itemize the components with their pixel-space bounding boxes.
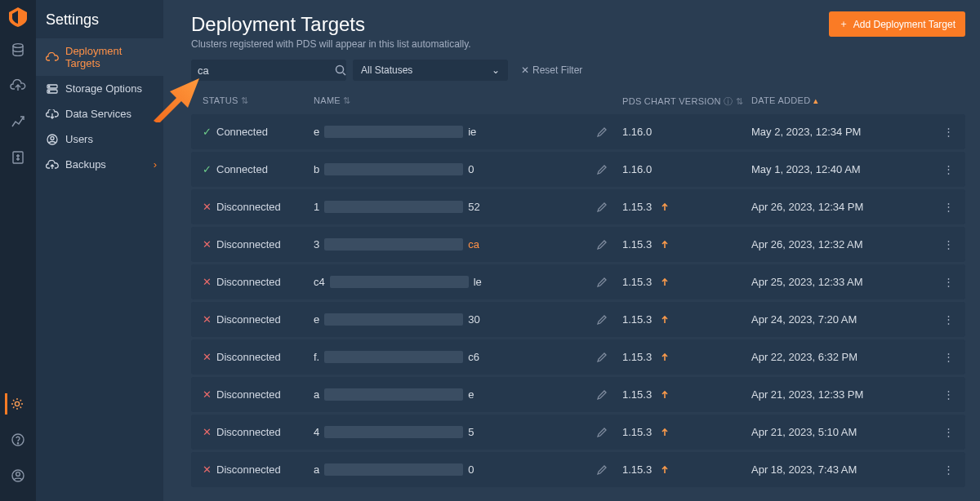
row-actions[interactable]: ⋮ xyxy=(924,351,954,363)
rail-chart-icon[interactable] xyxy=(7,111,29,132)
sidebar-item-deployment-targets[interactable]: Deployment Targets xyxy=(36,38,163,76)
date-cell: May 2, 2023, 12:34 PM xyxy=(751,126,924,138)
upgrade-available-icon[interactable] xyxy=(660,390,670,400)
table-row[interactable]: ✕Disconnectedf.c61.15.3Apr 22, 2023, 6:3… xyxy=(191,339,965,375)
row-actions[interactable]: ⋮ xyxy=(924,238,954,250)
kebab-menu-icon[interactable]: ⋮ xyxy=(943,201,954,213)
help-icon[interactable]: ⓘ xyxy=(724,96,733,106)
row-actions[interactable]: ⋮ xyxy=(924,388,954,401)
status-text: Disconnected xyxy=(216,463,281,476)
edit-icon[interactable] xyxy=(596,427,608,438)
edit-icon[interactable] xyxy=(596,352,608,363)
x-icon: ✕ xyxy=(203,388,212,401)
date-cell: Apr 26, 2023, 12:32 AM xyxy=(751,238,924,250)
table-row[interactable]: ✕Disconnectedae1.15.3Apr 21, 2023, 12:33… xyxy=(191,377,965,412)
row-actions[interactable]: ⋮ xyxy=(924,426,954,438)
sidebar-item-label: Users xyxy=(65,133,93,145)
column-version[interactable]: PDS CHART VERSION ⓘ⇅ xyxy=(622,95,751,108)
status-cell: ✕Disconnected xyxy=(203,388,314,401)
table-row[interactable]: ✕Disconnected1521.15.3Apr 26, 2023, 12:3… xyxy=(191,189,965,224)
reset-filter-button[interactable]: ✕ Reset Filter xyxy=(521,64,582,76)
row-actions[interactable]: ⋮ xyxy=(924,276,954,288)
upgrade-available-icon[interactable] xyxy=(660,315,670,325)
name-cell: f.c6 xyxy=(314,351,622,363)
rail-billing-icon[interactable] xyxy=(7,147,29,168)
x-icon: ✕ xyxy=(203,313,212,326)
name-cell: 152 xyxy=(314,201,622,213)
page-subtitle: Clusters registered with PDS will appear… xyxy=(191,38,965,50)
version-cell: 1.16.0 xyxy=(622,163,751,175)
column-name[interactable]: NAME⇅ xyxy=(314,95,622,108)
kebab-menu-icon[interactable]: ⋮ xyxy=(943,463,954,476)
edit-icon[interactable] xyxy=(596,464,608,476)
rail-settings-icon[interactable] xyxy=(5,393,26,415)
kebab-menu-icon[interactable]: ⋮ xyxy=(943,388,954,401)
upgrade-available-icon[interactable] xyxy=(660,202,670,212)
upgrade-available-icon[interactable] xyxy=(660,465,670,475)
rail-database-icon[interactable] xyxy=(7,39,29,60)
row-actions[interactable]: ⋮ xyxy=(924,313,954,326)
kebab-menu-icon[interactable]: ⋮ xyxy=(943,126,954,138)
edit-icon[interactable] xyxy=(596,239,608,250)
kebab-menu-icon[interactable]: ⋮ xyxy=(943,426,954,438)
upgrade-available-icon[interactable] xyxy=(660,277,670,287)
sidebar-item-users[interactable]: Users xyxy=(36,126,163,152)
redacted-name xyxy=(324,388,463,401)
add-deployment-target-button[interactable]: ＋ Add Deployment Target xyxy=(829,11,965,37)
status-filter-select[interactable]: All Statuses ⌄ xyxy=(353,60,508,81)
row-actions[interactable]: ⋮ xyxy=(924,201,954,213)
rail-account-icon[interactable] xyxy=(7,465,29,486)
status-cell: ✕Disconnected xyxy=(203,351,314,363)
redacted-name xyxy=(324,163,463,175)
upgrade-available-icon[interactable] xyxy=(660,240,670,250)
search-input[interactable] xyxy=(198,64,335,77)
redacted-name xyxy=(324,126,463,138)
rail-help-icon[interactable] xyxy=(7,429,29,450)
sidebar-item-data-services[interactable]: Data Services xyxy=(36,101,163,126)
svg-point-2 xyxy=(15,401,19,406)
edit-icon[interactable] xyxy=(596,202,608,213)
status-text: Disconnected xyxy=(216,388,281,401)
sidebar-item-label: Storage Options xyxy=(65,82,142,95)
name-cell: c4le xyxy=(314,276,622,288)
table-row[interactable]: ✕Disconnected3ca1.15.3Apr 26, 2023, 12:3… xyxy=(191,227,965,262)
rail-cloud-upload-icon[interactable] xyxy=(7,75,29,96)
row-actions[interactable]: ⋮ xyxy=(924,463,954,476)
kebab-menu-icon[interactable]: ⋮ xyxy=(943,238,954,250)
search-icon[interactable] xyxy=(335,64,346,76)
row-actions[interactable]: ⋮ xyxy=(924,163,954,175)
upgrade-available-icon[interactable] xyxy=(660,428,670,437)
column-status[interactable]: STATUS⇅ xyxy=(203,95,314,108)
upgrade-available-icon[interactable] xyxy=(660,352,670,362)
table-row[interactable]: ✓Connectedb01.16.0May 1, 2023, 12:40 AM⋮ xyxy=(191,152,965,187)
edit-icon[interactable] xyxy=(596,314,608,326)
status-text: Disconnected xyxy=(216,201,281,213)
column-date-added[interactable]: DATE ADDED ▴ xyxy=(751,95,924,108)
edit-icon[interactable] xyxy=(596,277,608,288)
brand-logo[interactable] xyxy=(7,7,29,28)
sidebar-item-backups[interactable]: Backups› xyxy=(36,152,163,177)
kebab-menu-icon[interactable]: ⋮ xyxy=(943,163,954,175)
edit-icon[interactable] xyxy=(596,126,608,138)
kebab-menu-icon[interactable]: ⋮ xyxy=(943,313,954,326)
chevron-right-icon: › xyxy=(154,158,157,171)
edit-icon[interactable] xyxy=(596,164,608,175)
svg-point-9 xyxy=(49,86,50,86)
row-actions[interactable]: ⋮ xyxy=(924,126,954,138)
table-row[interactable]: ✕Disconnectedc4le1.15.3Apr 25, 2023, 12:… xyxy=(191,264,965,299)
version-cell: 1.15.3 xyxy=(622,388,751,401)
kebab-menu-icon[interactable]: ⋮ xyxy=(943,351,954,363)
table-row[interactable]: ✕Disconnecteda01.15.3Apr 18, 2023, 7:43 … xyxy=(191,452,965,487)
table-row[interactable]: ✕Disconnected451.15.3Apr 21, 2023, 5:10 … xyxy=(191,415,965,450)
name-cell: e30 xyxy=(314,313,622,326)
status-text: Disconnected xyxy=(216,313,281,326)
table-row[interactable]: ✕Disconnectede301.15.3Apr 24, 2023, 7:20… xyxy=(191,302,965,337)
edit-icon[interactable] xyxy=(596,389,608,401)
kebab-menu-icon[interactable]: ⋮ xyxy=(943,276,954,288)
svg-point-4 xyxy=(17,443,18,444)
status-cell: ✓Connected xyxy=(203,163,314,175)
table-row[interactable]: ✓Connectedeie1.16.0May 2, 2023, 12:34 PM… xyxy=(191,114,965,149)
sidebar-item-storage-options[interactable]: Storage Options xyxy=(36,76,163,101)
search-box xyxy=(191,60,346,81)
chevron-down-icon: ⌄ xyxy=(492,64,500,76)
